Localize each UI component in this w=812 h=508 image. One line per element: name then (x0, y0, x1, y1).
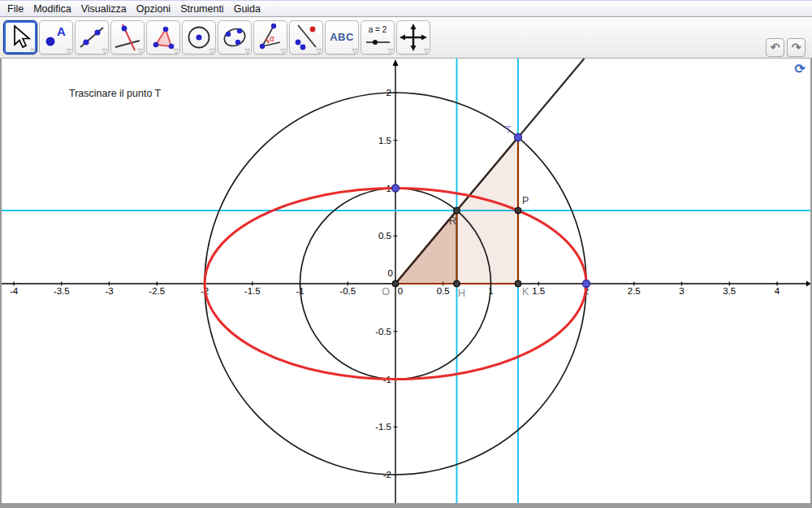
label-H: H (458, 288, 465, 299)
x-axis-arrow-icon (806, 281, 810, 287)
label-T: T (505, 124, 512, 136)
tool-angle-button[interactable]: α ▽ (253, 20, 287, 54)
point-circle-top[interactable] (392, 185, 400, 192)
svg-text:A: A (57, 24, 66, 38)
label-P: P (522, 195, 529, 206)
y-tick-label: 0.5 (378, 231, 391, 241)
x-tick-label: -3 (105, 286, 113, 296)
x-tick-label: -2.5 (149, 286, 165, 296)
dropdown-arrow-icon[interactable]: ▽ (31, 48, 36, 54)
dropdown-arrow-icon[interactable]: ▽ (281, 48, 286, 54)
dropdown-arrow-icon[interactable]: ▽ (102, 48, 107, 54)
menu-strumenti[interactable]: Strumenti (180, 3, 224, 15)
menu-opzioni[interactable]: Opzioni (136, 3, 171, 15)
tool-ellipse-button[interactable]: ▽ (218, 20, 252, 54)
tool-text-button[interactable]: ABC ▽ (325, 20, 359, 54)
toolbar: ▽ A ▽ ▽ ▽ ▽ (0, 17, 812, 59)
point-O[interactable] (392, 280, 399, 287)
dropdown-arrow-icon[interactable]: ▽ (67, 48, 71, 54)
tool-reflect-button[interactable]: ▽ (289, 20, 323, 54)
tool-perpendicular-line-button[interactable]: ▽ (110, 20, 145, 54)
x-tick-label: -4 (10, 286, 19, 296)
graphics-canvas[interactable]: -4 -3.5 -3 -2.5 -2 -1.5 -1 -0.5 0.5 1 1.… (2, 59, 810, 503)
point-K[interactable] (515, 280, 521, 287)
undo-button[interactable]: ↶ (766, 38, 784, 57)
tool-move-button[interactable]: ▽ (3, 20, 37, 54)
dropdown-arrow-icon[interactable]: ▽ (388, 48, 393, 54)
refresh-icon: ⟳ (795, 62, 806, 76)
tool-line-button[interactable]: ▽ (75, 20, 109, 54)
point-ellipse-vertex[interactable] (583, 280, 590, 288)
x-tick-label: 1.5 (532, 286, 545, 296)
instruction-text: Trascinare il punto T (69, 88, 162, 99)
x-tick-label: 4 (775, 286, 780, 296)
tool-slider-button[interactable]: a = 2 ▽ (361, 20, 395, 54)
menu-file[interactable]: File (7, 3, 24, 15)
x-tick-label: -0.5 (339, 286, 356, 296)
x-tick-label: -3.5 (54, 286, 70, 296)
svg-text:α: α (270, 34, 274, 43)
label-O: O (382, 286, 390, 297)
x-tick-label: 3 (679, 286, 684, 296)
menubar: File Modifica Visualizza Opzioni Strumen… (0, 0, 812, 17)
dropdown-arrow-icon[interactable]: ▽ (245, 48, 250, 54)
label-R: R (449, 215, 456, 227)
text-tool-icon: ABC (326, 31, 358, 43)
x-zero-label: 0 (398, 286, 403, 296)
y-tick-label: -1.5 (375, 422, 391, 432)
x-tick-label: 3.5 (723, 286, 736, 296)
menu-visualizza[interactable]: Visualizza (81, 3, 127, 15)
x-tick-label: 0.5 (437, 286, 450, 296)
menu-modifica[interactable]: Modifica (33, 3, 71, 15)
menu-guida[interactable]: Guida (234, 3, 261, 15)
undo-icon: ↶ (771, 41, 780, 54)
tool-polygon-button[interactable]: ▽ (146, 20, 180, 54)
graphics-view[interactable]: -4 -3.5 -3 -2.5 -2 -1.5 -1 -0.5 0.5 1 1.… (0, 59, 812, 508)
tool-point-button[interactable]: A ▽ (39, 20, 73, 54)
point-T[interactable] (515, 134, 522, 141)
redo-button[interactable]: ↷ (787, 38, 806, 57)
tool-circle-button[interactable]: ▽ (182, 20, 216, 54)
dropdown-arrow-icon[interactable]: ▽ (424, 48, 429, 54)
y-tick-label: -0.5 (375, 327, 391, 336)
label-K: K (522, 286, 529, 297)
y-axis-arrow-icon (393, 59, 399, 66)
dropdown-arrow-icon[interactable]: ▽ (209, 48, 214, 54)
redo-icon: ↷ (792, 41, 801, 54)
point-R[interactable] (454, 207, 460, 214)
tool-move-view-button[interactable]: ▽ (396, 20, 430, 54)
dropdown-arrow-icon[interactable]: ▽ (138, 48, 143, 54)
y-tick-label: 1.5 (378, 136, 391, 145)
y-zero-label: 0 (388, 268, 393, 278)
refresh-view-button[interactable]: ⟳ (795, 63, 806, 76)
dropdown-arrow-icon[interactable]: ▽ (352, 48, 357, 54)
dropdown-arrow-icon[interactable]: ▽ (317, 48, 322, 54)
x-tick-label: 2.5 (628, 286, 641, 296)
dropdown-arrow-icon[interactable]: ▽ (174, 48, 179, 54)
point-H[interactable] (454, 280, 460, 287)
x-tick-label: -1.5 (244, 286, 261, 296)
point-P[interactable] (515, 207, 521, 214)
